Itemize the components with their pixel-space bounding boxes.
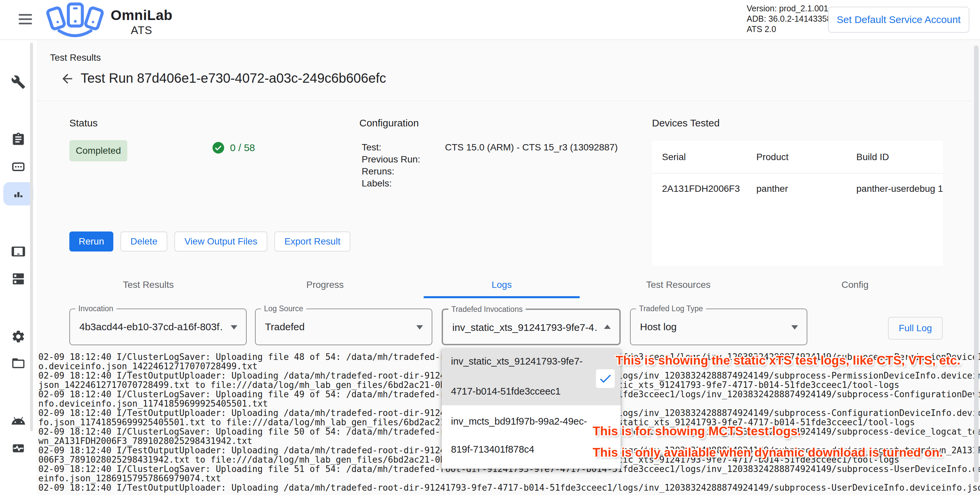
column-header-serial: Serial — [662, 152, 756, 163]
field-value: Host log — [640, 309, 677, 345]
back-arrow-icon[interactable] — [60, 71, 75, 86]
chevron-down-icon — [231, 325, 237, 329]
selected-check-icon — [596, 369, 615, 388]
page-scrollbar[interactable] — [974, 45, 978, 482]
ats-version-line: ATS 2.0 — [747, 24, 831, 34]
device-build-id: panther-userdebug 15 r — [856, 184, 943, 194]
field-value: inv_static_xts_91241793-9fe7-4… — [452, 310, 597, 345]
sidebar-item-bar-chart-icon[interactable] — [11, 187, 25, 201]
table-row: 2A131FDH2006F3 panther panther-userdebug… — [652, 174, 943, 204]
main-content: Test Results Test Run 87d406e1-e730-4072… — [37, 40, 980, 495]
sidebar-item-gear-icon[interactable] — [11, 329, 25, 344]
app-subtitle: ATS — [111, 24, 173, 37]
log-line: einfo.json_12869157957866979074.txt — [38, 474, 980, 483]
tab-test-resources[interactable]: Test Resources — [590, 271, 767, 298]
sidebar-item-monitor-wave-icon[interactable] — [11, 441, 25, 456]
device-serial: 2A131FDH2006F3 — [662, 184, 756, 194]
page-title: Test Run 87d406e1-e730-4072-a03c-249c6b6… — [81, 71, 386, 86]
config-label: Previous Run: — [362, 153, 445, 166]
tab-bar: Test Results Progress Logs Test Resource… — [60, 271, 943, 298]
sidebar-item-folder-icon[interactable] — [11, 356, 25, 370]
option-text: inv_static_xts_91241793-9fe7- — [451, 356, 583, 367]
tab-test-results[interactable]: Test Results — [60, 271, 237, 298]
sidebar-nav — [0, 40, 37, 495]
annotation-dynamic-download: This is only available when dynamic down… — [593, 446, 943, 460]
sidebar-item-device-icon[interactable] — [11, 244, 25, 259]
view-output-files-button[interactable]: View Output Files — [174, 232, 267, 252]
column-header-build-id: Build ID — [856, 152, 943, 163]
dropdown-option-static-xts[interactable]: inv_static_xts_91241793-9fe7- 4717-b014-… — [442, 348, 620, 405]
option-text: 4717-b014-51fde3cceec1 — [451, 386, 561, 397]
sidebar-item-android-icon[interactable] — [11, 414, 25, 428]
devices-tested-heading: Devices Tested — [652, 117, 720, 129]
chevron-down-icon — [416, 325, 423, 329]
sidebar-item-assignment-icon[interactable] — [11, 132, 25, 147]
tradefed-invocations-select[interactable]: Tradefed Invocations inv_static_xts_9124… — [442, 308, 620, 345]
sidebar-scrollbar[interactable] — [30, 43, 33, 431]
log-source-select[interactable]: Log Source Tradefed — [255, 308, 432, 345]
option-text: 819f-713401f878c4 — [451, 444, 535, 455]
chevron-down-icon — [791, 325, 798, 329]
config-row-labels: Labels: — [362, 177, 618, 190]
invocation-select[interactable]: Invocation 4b3acd44-eb10-37cd-a16f-803f… — [69, 308, 247, 345]
count-text: 0 / 58 — [230, 142, 255, 153]
full-log-button[interactable]: Full Log — [888, 317, 943, 340]
breadcrumb: Test Results — [50, 53, 101, 63]
tab-config[interactable]: Config — [767, 271, 943, 298]
menu-icon[interactable] — [19, 14, 32, 26]
status-heading: Status — [69, 117, 98, 129]
field-value: 4b3acd44-eb10-37cd-a16f-803f… — [80, 309, 224, 345]
annotation-mcts: This is for showing MCTS test logs. — [593, 424, 801, 438]
column-header-product: Product — [756, 152, 856, 163]
sidebar-item-hosts-icon[interactable] — [11, 271, 25, 286]
config-row-previous-run: Previous Run: — [362, 153, 618, 166]
config-label: Reruns: — [362, 166, 445, 177]
pass-count: 0 / 58 — [212, 141, 255, 154]
device-product: panther — [756, 184, 856, 194]
version-line: Version: prod_2.1.001 — [747, 3, 831, 14]
devices-table-header: Serial Product Build ID — [652, 141, 943, 173]
configuration-heading: Configuration — [360, 117, 418, 129]
check-circle-icon — [212, 141, 225, 154]
status-badge: Completed — [69, 140, 127, 161]
delete-button[interactable]: Delete — [120, 232, 167, 252]
omnilab-logo-icon — [45, 2, 105, 39]
app-name: OmniLab — [111, 7, 173, 23]
config-label: Labels: — [362, 177, 445, 190]
tradefed-log-type-select[interactable]: Tradefed Log Type Host log — [630, 308, 807, 345]
devices-table: Serial Product Build ID 2A131FDH2006F3 p… — [652, 141, 943, 266]
config-row-test: Test: CTS 15.0 (ARM) - CTS 15_r3 (130928… — [362, 141, 618, 153]
config-row-reruns: Reruns: — [362, 166, 618, 177]
configuration-rows: Test: CTS 15.0 (ARM) - CTS 15_r3 (130928… — [362, 141, 618, 190]
field-value: Tradefed — [265, 309, 305, 345]
chevron-up-icon — [604, 324, 611, 329]
annotation-static-xts: This is showing the static xTS test logs… — [616, 354, 960, 367]
sidebar-item-test-suites-icon[interactable] — [11, 160, 25, 174]
option-text: inv_mcts_bd91f97b-99a2-49ec- — [451, 416, 587, 427]
config-value: CTS 15.0 (ARM) - CTS 15_r3 (13092887) — [445, 141, 618, 153]
export-result-button[interactable]: Export Result — [274, 232, 350, 252]
rerun-button[interactable]: Rerun — [69, 232, 113, 252]
sidebar-item-wrench-icon[interactable] — [11, 75, 25, 89]
action-buttons: Rerun Delete View Output Files Export Re… — [69, 232, 350, 252]
version-info: Version: prod_2.1.001 ADB: 36.0.2-141433… — [747, 3, 831, 34]
log-line: 02-09 18:12:40 I/TestOutputUploader: Upl… — [38, 483, 980, 492]
adb-version-line: ADB: 36.0.2-14143358 — [747, 14, 831, 24]
tab-progress[interactable]: Progress — [237, 271, 413, 298]
set-default-service-account-button[interactable]: Set Default Service Account — [828, 7, 969, 33]
config-label: Test: — [362, 141, 445, 153]
brand-block: OmniLab ATS — [111, 7, 173, 37]
top-app-bar: OmniLab ATS Version: prod_2.1.001 ADB: 3… — [0, 0, 980, 40]
tab-logs[interactable]: Logs — [413, 271, 590, 298]
